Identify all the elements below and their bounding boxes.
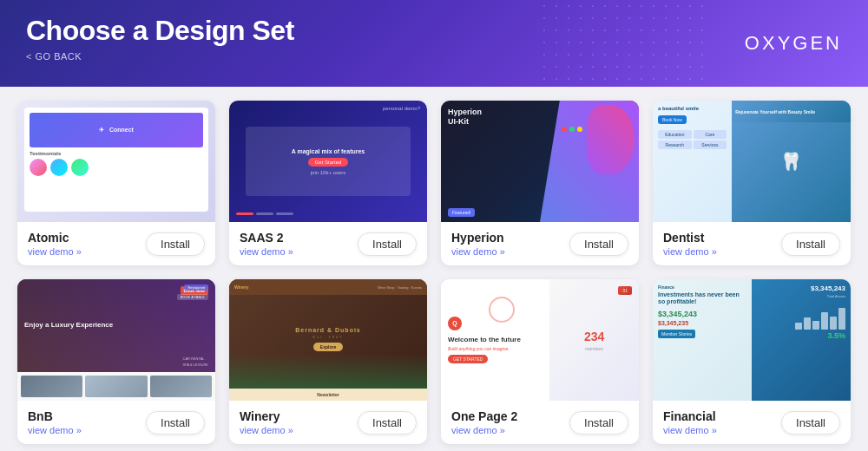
install-button-financial[interactable]: Install [781, 411, 840, 435]
winery-logo: Bernard & Dubois [295, 327, 361, 333]
thumb-onepage2: Q Welcome to the future Build anything y… [441, 279, 639, 401]
card-demo-winery[interactable]: view demo » [240, 425, 293, 435]
app-logo: OXYGEN [745, 32, 842, 55]
install-button-saas2[interactable]: Install [358, 232, 417, 256]
onepage-stat: 234 [584, 330, 604, 343]
card-saas2: personal demo? A magical mix of features… [229, 101, 427, 265]
thumb-bnb: Enjoy a Luxury Experience Book Now Resta… [17, 279, 215, 401]
card-info-atomic: Atomic view demo » [28, 231, 82, 257]
design-set-grid: ✈ Connect Testimonials Atomic view demo … [17, 101, 851, 444]
card-name-winery: Winery [240, 409, 293, 423]
card-footer-saas2: SAAS 2 view demo » Install [229, 222, 427, 265]
card-bnb: Enjoy a Luxury Experience Book Now Resta… [17, 279, 215, 444]
card-footer-atomic: Atomic view demo » Install [17, 222, 215, 265]
card-financial: Finance Investments has never been so pr… [653, 279, 851, 444]
financial-amount1: $3,345,243 [658, 310, 746, 318]
card-info-hyperion: Hyperion view demo » [451, 231, 505, 257]
card-winery: Winery Wine Shop · Tasting · Events Bern… [229, 279, 427, 444]
card-demo-hyperion[interactable]: view demo » [451, 246, 505, 257]
card-name-saas2: SAAS 2 [240, 231, 293, 245]
card-name-financial: Financial [663, 409, 717, 423]
financial-amount2: $3,345,235 [658, 320, 746, 326]
card-footer-financial: Financial view demo » Install [653, 401, 851, 444]
financial-stat: $3,345,243 [811, 284, 845, 292]
thumb-financial: Finance Investments has never been so pr… [653, 279, 851, 401]
page-header: Choose a Design Set < GO BACK OXYGEN [0, 0, 868, 87]
card-name-onepage2: One Page 2 [451, 409, 517, 423]
thumb-saas2: personal demo? A magical mix of features… [229, 101, 427, 222]
install-button-bnb[interactable]: Install [146, 411, 205, 435]
onepage-sub: Build anything you can imagine. [448, 346, 542, 351]
financial-rate: 3.5% [827, 331, 845, 340]
card-name-atomic: Atomic [28, 231, 82, 245]
card-demo-dentist[interactable]: view demo » [663, 246, 717, 257]
card-info-financial: Financial view demo » [663, 409, 717, 435]
card-info-bnb: BnB view demo » [28, 409, 82, 435]
card-footer-onepage2: One Page 2 view demo » Install [441, 401, 639, 444]
card-name-bnb: BnB [28, 409, 82, 423]
card-name-dentist: Dentist [663, 231, 717, 245]
card-info-dentist: Dentist view demo » [663, 231, 717, 257]
card-footer-winery: Winery view demo » Install [229, 401, 427, 444]
back-button[interactable]: < GO BACK [26, 51, 82, 62]
card-demo-onepage2[interactable]: view demo » [451, 425, 517, 435]
card-atomic: ✈ Connect Testimonials Atomic view demo … [17, 101, 215, 265]
onepage-title: Welcome to the future [448, 336, 542, 344]
hyperion-featured-badge: Featured! [448, 208, 475, 217]
winery-newsletter: Newsletter [229, 389, 427, 401]
content-area: ✈ Connect Testimonials Atomic view demo … [0, 87, 868, 451]
install-button-dentist[interactable]: Install [781, 232, 840, 256]
card-name-hyperion: Hyperion [451, 231, 505, 245]
install-button-atomic[interactable]: Install [146, 232, 205, 256]
card-footer-dentist: Dentist view demo » Install [653, 222, 851, 265]
card-dentist: a beautiful smile Book Now Education Car… [653, 101, 851, 265]
card-info-saas2: SAAS 2 view demo » [240, 231, 293, 257]
page-title: Choose a Design Set [26, 16, 842, 46]
card-footer-bnb: BnB view demo » Install [17, 401, 215, 444]
thumb-atomic: ✈ Connect Testimonials [17, 101, 215, 222]
card-onepage2: Q Welcome to the future Build anything y… [441, 279, 639, 444]
install-button-winery[interactable]: Install [358, 411, 417, 435]
install-button-hyperion[interactable]: Install [569, 232, 628, 256]
install-button-onepage2[interactable]: Install [569, 411, 628, 435]
thumb-hyperion: Hyperion UI-Kit Featured! [441, 101, 639, 222]
card-demo-bnb[interactable]: view demo » [28, 425, 82, 435]
thumb-winery: Winery Wine Shop · Tasting · Events Bern… [229, 279, 427, 401]
financial-title: Investments has never been so profitable… [658, 291, 746, 306]
card-info-winery: Winery view demo » [240, 409, 293, 435]
card-hyperion: Hyperion UI-Kit Featured! Hyperion view … [441, 101, 639, 265]
hyperion-thumb-text: Hyperion UI-Kit [448, 108, 482, 127]
card-info-onepage2: One Page 2 view demo » [451, 409, 517, 435]
thumb-dentist: a beautiful smile Book Now Education Car… [653, 101, 851, 222]
card-demo-atomic[interactable]: view demo » [28, 246, 82, 257]
bnb-hero-text: Enjoy a Luxury Experience [24, 321, 113, 330]
card-demo-saas2[interactable]: view demo » [240, 246, 293, 257]
card-demo-financial[interactable]: view demo » [663, 425, 717, 435]
card-footer-hyperion: Hyperion view demo » Install [441, 222, 639, 265]
